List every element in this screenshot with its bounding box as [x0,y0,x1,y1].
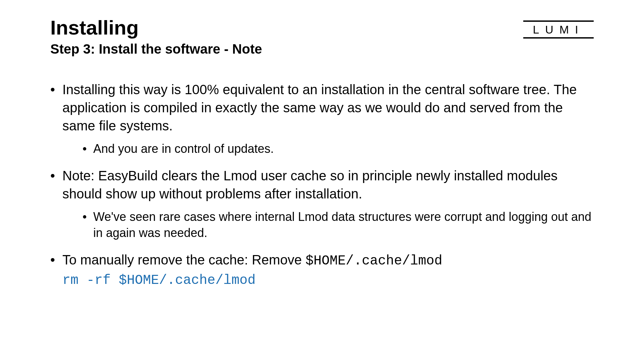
slide: Installing Step 3: Install the software … [0,0,644,362]
bullet-list: Installing this way is 100% equivalent t… [50,80,594,290]
svg-text:LUMI: LUMI [533,23,584,36]
bullet-text: Note: EasyBuild clears the Lmod user cac… [62,168,557,201]
slide-body: Installing this way is 100% equivalent t… [50,80,594,290]
sub-bullet-item: And you are in control of updates. [83,141,594,157]
bullet-item: Installing this way is 100% equivalent t… [50,80,594,157]
bullet-item: Note: EasyBuild clears the Lmod user cac… [50,167,594,241]
title-block: Installing Step 3: Install the software … [50,17,262,57]
lumi-logo: LUMI [523,20,594,39]
bullet-item: To manually remove the cache: Remove $HO… [50,251,594,290]
bullet-text: Installing this way is 100% equivalent t… [62,82,577,133]
command-text: rm -rf $HOME/.cache/lmod [62,272,594,290]
slide-title: Installing [50,17,262,39]
sub-bullet-list: And you are in control of updates. [62,141,594,157]
sub-bullet-text: We've seen rare cases where internal Lmo… [93,210,591,240]
sub-bullet-text: And you are in control of updates. [93,142,274,156]
bullet-text-prefix: To manually remove the cache: Remove [62,252,306,267]
sub-bullet-item: We've seen rare cases where internal Lmo… [83,209,594,241]
slide-subtitle: Step 3: Install the software - Note [50,41,262,57]
sub-bullet-list: We've seen rare cases where internal Lmo… [62,209,594,241]
slide-header: Installing Step 3: Install the software … [50,17,594,57]
inline-code: $HOME/.cache/lmod [306,253,442,268]
